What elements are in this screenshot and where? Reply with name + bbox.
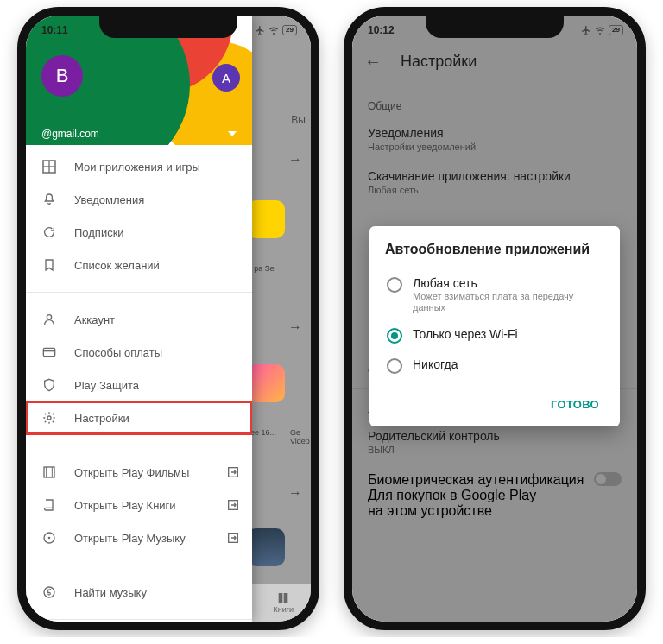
arrow-icon: → — [288, 319, 302, 335]
done-button[interactable]: ГОТОВО — [546, 391, 604, 418]
arrow-icon: → — [288, 485, 302, 501]
drawer-item-label: Подписки — [74, 226, 124, 239]
battery-icon: 29 — [609, 25, 623, 35]
divider — [26, 619, 252, 620]
peek-tile-dark — [247, 528, 285, 566]
auto-update-dialog: Автообновление приложений Любая сеть Мож… — [369, 226, 620, 426]
drawer-item-payment[interactable]: Способы оплаты — [26, 336, 252, 369]
radio-icon — [387, 358, 402, 374]
chevron-down-icon — [228, 131, 237, 136]
dialog-actions: ГОТОВО — [385, 391, 604, 418]
external-icon — [226, 465, 240, 479]
radio-label: Никогда — [413, 357, 458, 371]
svg-rect-4 — [43, 348, 54, 356]
drawer-item-label: Настройки — [74, 412, 129, 425]
external-icon — [226, 531, 240, 545]
svg-point-13 — [48, 537, 51, 540]
drawer-item-music[interactable]: Открыть Play Музыку — [26, 521, 252, 554]
drawer-item-label: Список желаний — [74, 259, 160, 272]
music-disc-icon — [41, 530, 57, 546]
bottom-nav-label: Книги — [273, 605, 294, 614]
user-icon — [41, 312, 57, 327]
peek-tile-yellow — [247, 200, 285, 238]
drawer-item-label: Открыть Play Музыку — [74, 532, 186, 545]
refresh-icon — [41, 224, 57, 240]
svg-point-6 — [47, 416, 51, 420]
book-icon — [41, 497, 57, 513]
svg-point-3 — [47, 315, 51, 319]
divider — [26, 292, 252, 293]
gear-icon — [41, 410, 57, 426]
drawer-section-2: Аккаунт Способы оплаты Play Защита Настр… — [26, 298, 252, 439]
account-email: @gmail.com — [41, 128, 99, 140]
drawer-item-account[interactable]: Аккаунт — [26, 303, 252, 336]
divider — [26, 445, 252, 445]
bell-icon — [41, 192, 57, 207]
airplane-icon — [581, 25, 591, 35]
shield-icon — [41, 377, 57, 393]
radio-wifi-only[interactable]: Только через Wi-Fi — [385, 320, 604, 350]
drawer-item-my-apps[interactable]: Мои приложения и игры — [26, 150, 252, 183]
radio-icon — [387, 328, 402, 344]
drawer-item-label: Способы оплаты — [74, 346, 162, 359]
drawer-item-label: Мои приложения и игры — [74, 161, 200, 174]
airplane-icon — [255, 25, 265, 35]
peek-tab: Вы — [291, 114, 306, 126]
drawer-item-wishlist[interactable]: Список желаний — [26, 249, 252, 281]
drawer-item-label: Найти музыку — [74, 586, 147, 599]
card-icon — [41, 344, 57, 360]
status-time: 10:12 — [368, 24, 395, 36]
nav-drawer: B A @gmail.com Мои приложения и игры Уве… — [26, 16, 252, 622]
drawer-item-protect[interactable]: Play Защита — [26, 369, 252, 401]
drawer-section-1: Мои приложения и игры Уведомления Подпис… — [26, 145, 252, 287]
radio-never[interactable]: Никогда — [385, 350, 604, 381]
divider — [26, 565, 252, 565]
radio-icon — [387, 277, 402, 293]
status-icons: 29 — [581, 25, 623, 35]
grid-icon — [41, 159, 57, 174]
drawer-item-label: Аккаунт — [74, 313, 115, 326]
account-email-row[interactable]: @gmail.com — [26, 128, 252, 140]
drawer-item-label: Уведомления — [74, 193, 144, 206]
book-icon — [276, 591, 290, 605]
peek-tile-gradient — [247, 364, 285, 402]
radio-label: Любая сеть — [413, 276, 603, 290]
status-time: 10:11 — [41, 24, 68, 36]
drawer-section-3: Открыть Play Фильмы Открыть Play Книги О… — [26, 451, 252, 559]
peek-content: Вы → DT pa Se → onee 16... Ge Video → — [243, 47, 311, 622]
battery-icon: 29 — [282, 25, 297, 35]
radio-sublabel: Может взиматься плата за передачу данных — [413, 291, 603, 313]
svg-rect-7 — [44, 467, 54, 477]
phone-right: 10:12 29 ← Настройки Общие Уведомления Н… — [344, 7, 646, 630]
drawer-item-label: Открыть Play Фильмы — [74, 466, 189, 479]
external-icon — [226, 498, 240, 512]
phone-left: 10:11 29 Вы → DT pa Se → onee 16... Ge V… — [17, 7, 319, 630]
bottom-nav-books[interactable]: Книги — [273, 591, 294, 614]
arrow-icon: → — [288, 152, 302, 167]
radio-label: Только через Wi-Fi — [413, 327, 518, 341]
drawer-item-films[interactable]: Открыть Play Фильмы — [26, 456, 252, 489]
dialog-title: Автообновление приложений — [385, 242, 604, 257]
drawer-item-subscriptions[interactable]: Подписки — [26, 216, 252, 249]
notch — [99, 16, 237, 38]
drawer-section-4: Найти музыку — [26, 571, 252, 614]
avatar-primary[interactable]: B — [41, 55, 83, 97]
peek-caption-3: Ge Video — [290, 428, 314, 446]
bookmark-icon — [41, 257, 57, 273]
drawer-item-label: Play Защита — [74, 379, 139, 392]
music-note-icon — [41, 584, 57, 600]
wifi-icon — [268, 25, 279, 35]
avatar-secondary[interactable]: A — [212, 64, 240, 92]
film-icon — [41, 464, 57, 480]
drawer-item-label: Открыть Play Книги — [74, 499, 176, 512]
drawer-item-books[interactable]: Открыть Play Книги — [26, 489, 252, 521]
status-icons: 29 — [255, 25, 297, 35]
drawer-item-settings[interactable]: Настройки — [26, 401, 252, 434]
wifi-icon — [595, 25, 605, 35]
drawer-item-find-music[interactable]: Найти музыку — [26, 576, 252, 609]
drawer-item-notifications[interactable]: Уведомления — [26, 183, 252, 216]
notch — [426, 16, 564, 38]
radio-any-network[interactable]: Любая сеть Может взиматься плата за пере… — [385, 269, 604, 320]
